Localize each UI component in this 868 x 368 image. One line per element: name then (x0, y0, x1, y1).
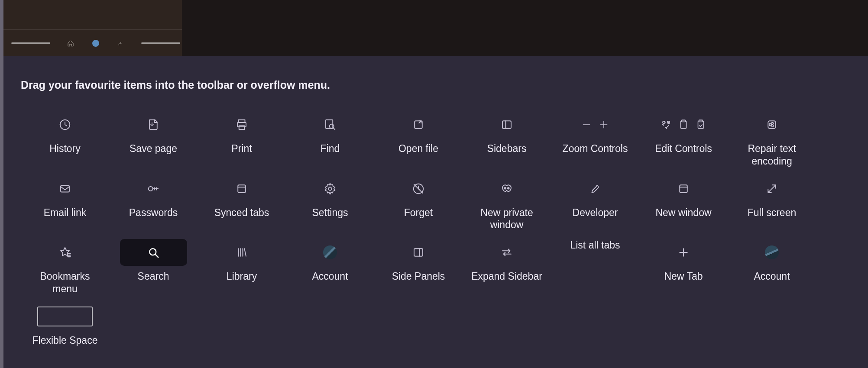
item-synced-tabs[interactable]: Synced tabs (198, 175, 286, 219)
item-label: Developer (573, 207, 618, 219)
item-account[interactable]: Account (286, 239, 374, 283)
items-grid: History Save page Print Find Open file (21, 111, 851, 346)
item-label: Print (231, 142, 252, 155)
item-bookmarks-menu[interactable]: Bookmarks menu (21, 239, 109, 295)
window-edge (0, 0, 3, 368)
item-label: Find (321, 142, 340, 155)
history-icon (32, 111, 99, 138)
forget-icon (385, 175, 452, 202)
email-link-icon (32, 175, 99, 202)
passwords-icon (120, 175, 187, 202)
item-zoom-controls[interactable]: Zoom Controls (551, 111, 639, 155)
svg-rect-22 (238, 185, 246, 193)
new-window-icon (650, 175, 717, 202)
zoom-controls-icon (562, 111, 629, 138)
item-email-link[interactable]: Email link (21, 175, 109, 219)
item-label: Search (138, 270, 169, 283)
find-icon (297, 111, 364, 138)
edit-controls-icon (650, 111, 717, 138)
new-tab-icon (650, 239, 717, 266)
item-account-2[interactable]: Account (728, 239, 816, 283)
svg-line-33 (244, 249, 246, 256)
item-forget[interactable]: Forget (374, 175, 463, 219)
item-side-panels[interactable]: Side Panels (374, 239, 463, 283)
synced-tabs-icon (208, 175, 275, 202)
item-sidebars[interactable]: Sidebars (463, 111, 551, 155)
item-label: Settings (312, 207, 348, 219)
home-icon[interactable] (66, 39, 75, 48)
item-label: Full screen (748, 207, 796, 219)
item-save-page[interactable]: Save page (109, 111, 198, 155)
item-new-tab[interactable]: New Tab (639, 239, 728, 283)
new-private-window-icon (473, 175, 541, 202)
item-label: Side Panels (392, 270, 445, 283)
item-edit-controls[interactable]: Edit Controls (639, 111, 728, 155)
item-label: Expand Sidebar (471, 270, 542, 283)
svg-point-21 (149, 187, 153, 191)
item-label: New window (655, 207, 711, 219)
item-label: Forget (404, 207, 433, 219)
full-screen-icon (738, 175, 806, 202)
toolbar-row (3, 29, 182, 56)
item-passwords[interactable]: Passwords (109, 175, 198, 219)
item-new-private-window[interactable]: New private window (463, 175, 551, 232)
item-repair-text-encoding[interactable]: Repair text encoding (728, 111, 816, 168)
svg-rect-28 (680, 185, 687, 193)
print-icon (208, 111, 275, 138)
item-label: Flexible Space (32, 334, 98, 347)
open-file-icon (385, 111, 452, 138)
save-page-icon (120, 111, 187, 138)
connection-icon[interactable] (116, 39, 126, 48)
account-avatar-icon (297, 239, 364, 266)
account-avatar-icon (738, 239, 806, 266)
item-flexible-space[interactable]: Flexible Space (21, 303, 109, 347)
item-label: List all tabs (570, 239, 620, 252)
item-find[interactable]: Find (286, 111, 374, 155)
item-label: Account (754, 270, 790, 283)
item-label: History (49, 142, 81, 155)
search-icon (120, 239, 187, 266)
svg-rect-3 (239, 126, 245, 130)
item-label: Sidebars (487, 142, 527, 155)
item-print[interactable]: Print (198, 111, 286, 155)
flexible-space-icon (32, 303, 99, 330)
existing-toolbar[interactable] (3, 0, 182, 56)
expand-sidebar-icon (473, 239, 541, 266)
svg-point-27 (508, 187, 509, 189)
panel-heading: Drag your favourite items into the toolb… (21, 79, 851, 91)
toolbar-flex-space[interactable] (141, 42, 180, 44)
side-panels-icon (385, 239, 452, 266)
item-label: Synced tabs (214, 207, 269, 219)
item-label: Passwords (129, 207, 178, 219)
item-label: Save page (130, 142, 177, 155)
item-new-window[interactable]: New window (639, 175, 728, 219)
toolbar-overlay (182, 0, 868, 56)
item-label: Library (227, 270, 257, 283)
item-label: Zoom Controls (563, 142, 628, 155)
toolbar-flex-space[interactable] (11, 42, 50, 44)
item-search[interactable]: Search (109, 239, 198, 283)
item-expand-sidebar[interactable]: Expand Sidebar (463, 239, 551, 283)
globe-icon[interactable] (91, 39, 100, 48)
item-label: Email link (44, 207, 86, 219)
repair-text-encoding-icon (738, 111, 806, 138)
item-developer[interactable]: Developer (551, 175, 639, 219)
bookmarks-menu-icon (32, 239, 99, 266)
svg-rect-20 (61, 185, 69, 192)
item-history[interactable]: History (21, 111, 109, 155)
item-label: Edit Controls (655, 142, 712, 155)
item-label: Account (312, 270, 348, 283)
item-full-screen[interactable]: Full screen (728, 175, 816, 219)
sidebars-icon (473, 111, 541, 138)
svg-point-26 (504, 187, 506, 189)
svg-rect-7 (502, 121, 511, 129)
item-label: Bookmarks menu (28, 270, 102, 295)
item-open-file[interactable]: Open file (374, 111, 463, 155)
item-list-all-tabs[interactable]: List all tabs (551, 239, 639, 252)
item-label: New private window (470, 207, 544, 232)
item-library[interactable]: Library (198, 239, 286, 283)
item-settings[interactable]: Settings (286, 175, 374, 219)
item-label: Repair text encoding (735, 142, 809, 168)
customize-panel: Drag your favourite items into the toolb… (3, 56, 868, 368)
item-label: New Tab (664, 270, 703, 283)
